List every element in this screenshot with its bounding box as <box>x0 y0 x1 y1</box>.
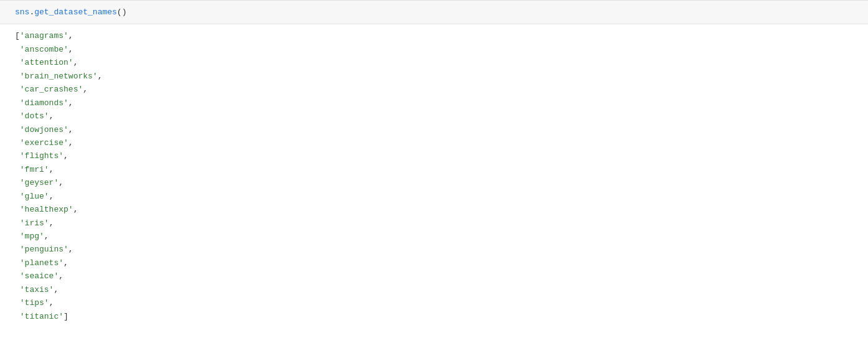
notebook-cell: sns.get_dataset_names() ['anagrams', 'an… <box>0 0 868 328</box>
output-line-6: 'dots', <box>15 110 102 123</box>
parens: () <box>117 7 127 17</box>
output-line-17: 'planets', <box>15 256 102 270</box>
output-line-11: 'geyser', <box>15 176 102 189</box>
output-line-14: 'iris', <box>15 217 102 230</box>
output-line-13: 'healthexp', <box>15 203 102 216</box>
code-text: sns.get_dataset_names() <box>15 7 126 17</box>
input-code[interactable]: sns.get_dataset_names() <box>12 3 868 21</box>
output-line-1: 'anscombe', <box>15 43 102 56</box>
output-line-10: 'fmri', <box>15 163 102 176</box>
output-line-9: 'flights', <box>15 149 102 162</box>
output-line-19: 'taxis', <box>15 283 102 296</box>
output-line-2: 'attention', <box>15 56 102 69</box>
output-label <box>0 28 12 29</box>
sns-prefix: sns <box>15 7 29 17</box>
output-area: ['anagrams', 'anscombe', 'attention', 'b… <box>0 24 868 328</box>
output-line-21: 'titanic'] <box>15 310 102 323</box>
output-line-8: 'exercise', <box>15 136 102 149</box>
output-line-18: 'seaice', <box>15 270 102 283</box>
output-line-20: 'tips', <box>15 296 102 309</box>
output-line-7: 'dowjones', <box>15 123 102 136</box>
output-line-3: 'brain_networks', <box>15 70 102 83</box>
output-line-12: 'glue', <box>15 190 102 203</box>
output-line-4: 'car_crashes', <box>15 83 102 96</box>
input-label <box>0 3 12 21</box>
output-line-5: 'diamonds', <box>15 96 102 110</box>
output-content: ['anagrams', 'anscombe', 'attention', 'b… <box>12 28 105 324</box>
output-line-0: ['anagrams', <box>15 29 102 42</box>
func-name: get_dataset_names <box>34 7 117 17</box>
output-line-15: 'mpg', <box>15 230 102 243</box>
input-area[interactable]: sns.get_dataset_names() <box>0 0 868 24</box>
output-line-16: 'penguins', <box>15 243 102 256</box>
